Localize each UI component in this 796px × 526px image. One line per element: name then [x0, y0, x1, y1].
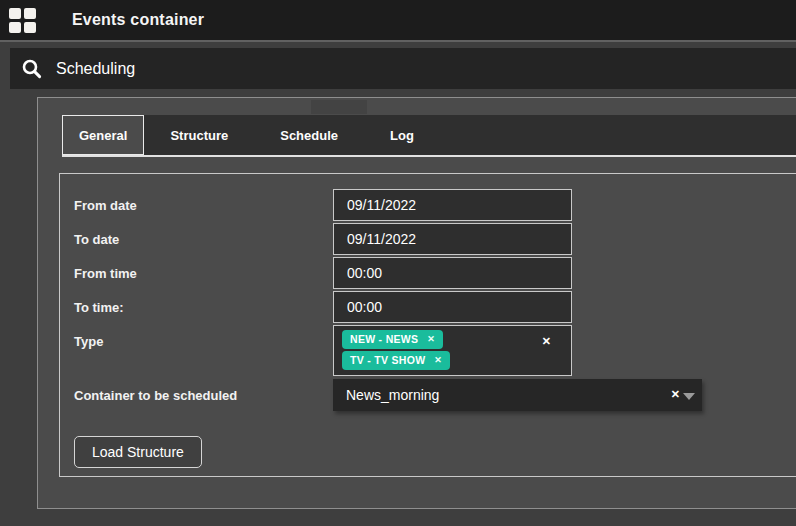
grid-square	[24, 8, 36, 19]
search-input[interactable]: Scheduling	[10, 48, 796, 89]
type-label: Type	[74, 325, 333, 376]
apps-grid-icon[interactable]	[9, 8, 36, 33]
type-chip-tvshow: TV - TV SHOW ✕	[342, 351, 450, 370]
to-time-input[interactable]	[333, 291, 572, 323]
page-title: Events container	[72, 11, 204, 29]
container-value: News_morning	[346, 387, 439, 403]
tab-strip-shadow	[311, 100, 367, 114]
container-label: Container to be scheduled	[74, 379, 333, 411]
form-row-to-time: To time:	[74, 291, 796, 323]
form-row-from-time: From time	[74, 257, 796, 289]
chip-remove-icon[interactable]: ✕	[427, 334, 435, 344]
from-time-input[interactable]	[333, 257, 572, 289]
general-form: From date To date From time To time: Typ…	[59, 173, 796, 477]
scheduling-panel: General Structure Schedule Log From date…	[37, 97, 796, 509]
from-date-label: From date	[74, 189, 333, 221]
container-select[interactable]: News_morning ✕	[333, 379, 702, 411]
tab-general[interactable]: General	[62, 115, 144, 155]
tab-label: Structure	[170, 128, 228, 143]
app-topbar: Events container	[0, 0, 796, 40]
tab-label: General	[79, 128, 127, 143]
tab-log[interactable]: Log	[364, 115, 440, 155]
search-section: Scheduling	[0, 40, 796, 97]
tab-label: Schedule	[280, 128, 338, 143]
grid-square	[9, 8, 21, 19]
tab-strip: General Structure Schedule Log	[62, 115, 796, 157]
form-row-from-date: From date	[74, 189, 796, 221]
form-row-container: Container to be scheduled News_morning ✕	[74, 379, 796, 411]
tab-schedule[interactable]: Schedule	[254, 115, 364, 155]
search-value: Scheduling	[56, 60, 135, 78]
from-date-input[interactable]	[333, 189, 572, 221]
from-time-label: From time	[74, 257, 333, 289]
type-chip-news: NEW - NEWS ✕	[342, 330, 443, 349]
chip-remove-icon[interactable]: ✕	[434, 355, 442, 365]
tab-structure[interactable]: Structure	[144, 115, 254, 155]
load-structure-button[interactable]: Load Structure	[74, 436, 202, 468]
tab-label: Log	[390, 128, 414, 143]
search-icon	[21, 58, 43, 80]
to-time-label: To time:	[74, 291, 333, 323]
container-clear-icon[interactable]: ✕	[671, 389, 680, 400]
to-date-label: To date	[74, 223, 333, 255]
type-clear-icon[interactable]: ✕	[542, 336, 551, 347]
to-date-input[interactable]	[333, 223, 572, 255]
grid-square	[9, 22, 21, 33]
grid-square	[24, 22, 36, 33]
chip-label: TV - TV SHOW	[350, 354, 425, 366]
chip-label: NEW - NEWS	[350, 333, 418, 345]
chevron-down-icon[interactable]	[683, 393, 695, 400]
form-row-type: Type NEW - NEWS ✕ TV - TV SHOW ✕ ✕	[74, 325, 796, 376]
type-multiselect[interactable]: NEW - NEWS ✕ TV - TV SHOW ✕ ✕	[333, 325, 572, 376]
form-row-to-date: To date	[74, 223, 796, 255]
